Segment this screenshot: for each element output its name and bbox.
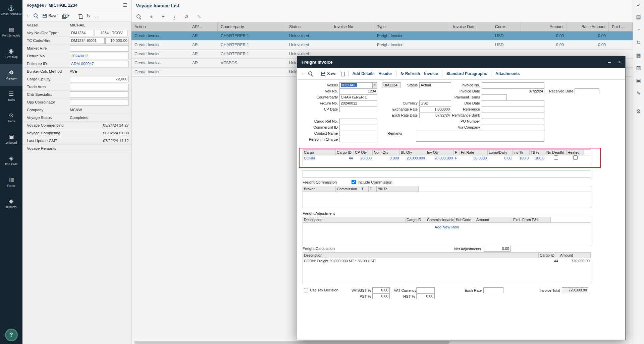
add-icon[interactable]: + [161,14,164,19]
add-icon[interactable]: + [302,71,304,76]
f-cell[interactable]: F [454,155,460,161]
sidebar-item-voyages[interactable]: ☸ Voyages [0,64,22,86]
attachments-button[interactable]: Attachments [495,71,520,76]
vessel-value[interactable]: MICHAIL [70,23,129,27]
remittance-bank-field[interactable] [482,113,544,118]
vat-gst-field[interactable]: 0.00 [372,287,390,293]
frt-rate-cell[interactable]: 36.0000 [460,155,488,161]
invoice-button[interactable]: Invoice [424,71,438,76]
table-row[interactable]: Create Invoice AR CHARTERER 1 Uninvoiced… [131,31,633,41]
col-amount[interactable]: Amount [521,22,567,31]
scrollbar-thumb[interactable] [134,341,449,344]
add-details-button[interactable]: Add Details [353,71,375,76]
search-icon[interactable] [308,71,313,76]
add-icon[interactable]: + [26,13,29,18]
col-action[interactable]: Action [131,22,189,31]
close-icon[interactable]: × [618,60,621,64]
save-button[interactable]: Save [43,13,57,18]
cargo-id-cell[interactable]: 44 [336,155,354,161]
exch-rate-field[interactable] [483,287,503,293]
create-invoice-action[interactable]: Create Invoice [131,41,189,49]
ops-coordinator-field[interactable] [70,99,129,106]
refresh-icon[interactable]: ↻ [87,13,91,18]
delete-icon[interactable] [78,14,82,18]
tc-code-field[interactable]: DM1234-I0001 [70,38,105,44]
reference-field[interactable] [482,107,544,112]
nom-qty-cell[interactable]: 0.000 [373,155,400,161]
hamburger-menu-icon[interactable]: ☰ [123,2,127,8]
cargo-cell[interactable]: CORN [303,155,336,161]
create-invoice-action[interactable]: Create Invoice [131,50,189,58]
breadcrumb[interactable]: Voyages / [26,3,47,8]
chtr-specialist-field[interactable] [70,91,129,98]
po-number-field[interactable] [482,119,544,124]
sidebar-item-tasks[interactable]: ☰ Tasks [0,86,22,107]
vat-currency-field[interactable] [416,287,435,293]
sidebar-item-bunkers[interactable]: ◆ Bunkers [0,193,22,214]
company-value[interactable]: MC&W [70,108,129,112]
voy-number-field[interactable]: 1234 [95,30,110,36]
sidebar-item-fleet-map[interactable]: ◉ Fleet Map [0,43,22,64]
fixture-no-field[interactable]: 20240012 [70,53,129,59]
grid-icon[interactable]: ▦ [636,53,641,58]
hire-field[interactable]: 10,000.00 [105,38,129,44]
no-deadfrt-checkbox[interactable] [554,155,558,160]
cargo-ref-no-field[interactable] [339,119,377,124]
more-options-icon[interactable]: … [95,13,100,18]
download-icon[interactable]: ↓ [173,14,176,19]
include-commission-checkbox[interactable] [352,180,356,184]
col-paid[interactable]: Paid ... [609,22,633,31]
sidebar-item-alerts[interactable]: ⊙ Alerts [0,107,22,129]
collapse-panel-icon[interactable]: « [637,2,640,8]
lump-daily-cell[interactable]: 0.00 [488,155,513,161]
via-company-field[interactable] [482,125,544,130]
search-icon[interactable] [137,14,141,19]
refresh-icon[interactable]: ↻ [636,40,641,45]
voy-no-field[interactable]: 1234 [339,88,377,94]
chart-icon[interactable]: ▤ [636,14,641,19]
received-date-field[interactable] [575,88,599,94]
refresh-button[interactable]: ↻ Refresh [400,71,420,76]
archive-icon[interactable]: ▣ [636,78,641,83]
horizontal-scrollbar[interactable] [131,340,633,344]
table-row[interactable]: Create Invoice AR CHARTERER 1 Uninvoiced… [131,41,633,50]
person-in-charge-field[interactable] [339,137,377,142]
edit-icon[interactable]: ✎ [197,14,201,19]
edit-icon[interactable]: ✎ [636,91,641,96]
due-date-field[interactable] [482,100,544,106]
cp-qty-cell[interactable]: 20,000 [354,155,373,161]
col-counterparty[interactable]: Counterparty [218,22,286,31]
ttl-pct-cell[interactable]: 100.0 [530,155,545,161]
remarks-field[interactable] [416,131,544,142]
minimize-icon[interactable]: – [608,60,611,64]
col-invoice-no[interactable]: Invoice No. [331,22,374,31]
add-new-row-link[interactable]: Add New Row [435,225,459,229]
opr-type-field[interactable]: TCOV [111,30,127,36]
cargo-cp-qty-field[interactable]: 72,000 [70,76,129,82]
create-invoice-action[interactable]: Create Invoice [131,31,189,40]
hst-field[interactable]: 0.00 [416,293,435,299]
sidebar-item-vessel-schedule[interactable]: ⚓ Vessel Schedule [0,0,22,21]
sidebar-item-forms[interactable]: ▥ Forms [0,171,22,193]
sidebar-item-port-schedule[interactable]: ▤ Port Schedule [0,21,22,43]
dialog-titlebar[interactable]: Freight Invoice – × [297,56,625,68]
sidebar-item-onboard[interactable]: ▣ Onboard [0,129,22,150]
inv-qty-cell[interactable]: 20,000.000 [426,155,454,161]
voy-no-field[interactable]: DM1234 [70,30,94,36]
sidebar-item-port-calls[interactable]: ◈ Port Calls [0,150,22,171]
crosshair-icon[interactable]: ⌖ [150,14,153,19]
col-base-amount[interactable]: Base Amount [567,22,609,31]
undo-icon[interactable]: ↺ [184,14,189,19]
inv-pct-cell[interactable]: 100.0 [513,155,530,161]
copy-menu-button[interactable]: ▾ [62,14,70,18]
gauge-icon[interactable]: ◔ [637,27,640,32]
invoice-no-field[interactable] [482,82,544,88]
bunker-calc-value[interactable]: AVE [70,69,129,73]
create-invoice-action[interactable]: Create Invoice [131,68,189,76]
payment-terms-field[interactable] [482,94,507,100]
trade-area-field[interactable] [70,84,129,90]
header-button[interactable]: Header [379,71,392,76]
counterparty-field[interactable]: CHARTERER 1 [339,94,377,100]
settings-gear-icon[interactable]: ⚙ [636,108,641,115]
pst-field[interactable]: 0.00 [372,293,390,299]
